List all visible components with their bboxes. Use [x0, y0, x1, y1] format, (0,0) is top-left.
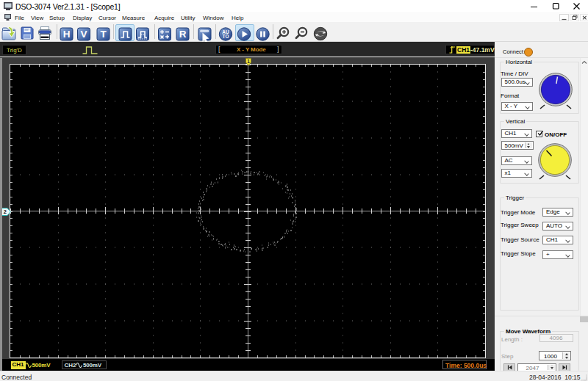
svg-text:R: R: [179, 29, 187, 40]
svg-text:1: 1: [247, 59, 250, 64]
svg-text:2: 2: [3, 208, 6, 215]
svg-text:T: T: [100, 29, 107, 40]
svg-text:H: H: [63, 29, 71, 40]
svg-text:TO: TO: [223, 34, 229, 39]
svg-text:V: V: [80, 29, 87, 40]
